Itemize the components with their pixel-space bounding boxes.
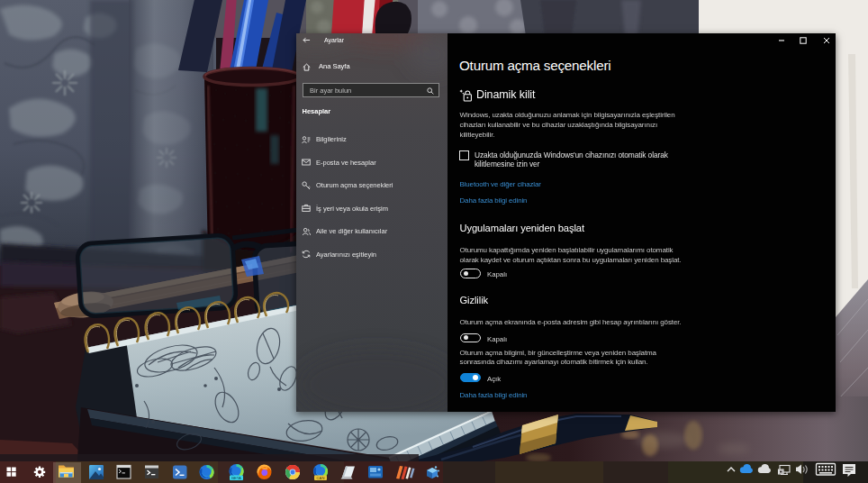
svg-text:CAN: CAN [317, 476, 325, 480]
svg-text:BETA: BETA [231, 476, 241, 480]
